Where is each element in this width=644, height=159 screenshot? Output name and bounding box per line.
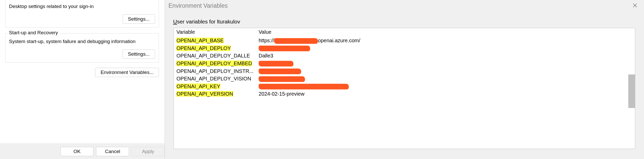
variable-value [256, 45, 635, 52]
system-properties-panel: Desktop settings related to your sign-in… [0, 0, 165, 159]
variable-name: OPENAI_API_DEPLOY_DALLE [176, 53, 250, 58]
user-profiles-desc: Desktop settings related to your sign-in [9, 4, 155, 9]
variable-name: OPENAI_API_VERSION [176, 91, 233, 97]
table-row[interactable]: OPENAI_API_VERSION2024-02-15-preview [174, 90, 635, 98]
environment-variables-dialog: Environment Variables User variables for… [165, 0, 644, 159]
variable-value [256, 83, 635, 90]
table-row[interactable]: OPENAI_API_DEPLOY [174, 45, 635, 52]
column-header-variable[interactable]: Variable [174, 28, 256, 37]
apply-button: Apply [132, 147, 165, 156]
user-variables-list[interactable]: Variable Value OPENAI_API_BASEhttps://op… [174, 28, 635, 149]
variable-value: Dalle3 [256, 52, 635, 60]
variable-name: OPENAI_API_DEPLOY [176, 45, 231, 51]
user-variables-label: User variables for lturakulov [173, 19, 644, 25]
variable-value [256, 67, 635, 75]
startup-recovery-title: Start-up and Recovery [8, 30, 59, 36]
dialog-titlebar: Environment Variables [165, 0, 644, 11]
redacted-value [259, 69, 301, 74]
dialog-title: Environment Variables [168, 2, 228, 9]
variable-name: OPENAI_API_DEPLOY_VISION [176, 76, 251, 81]
user-profiles-group: Desktop settings related to your sign-in… [5, 0, 159, 28]
variable-value [256, 60, 635, 67]
cancel-button[interactable]: Cancel [96, 147, 129, 156]
column-header-value[interactable]: Value [256, 28, 635, 37]
redacted-value [259, 76, 305, 82]
variable-value [256, 75, 635, 83]
ok-button[interactable]: OK [61, 147, 94, 156]
environment-variables-button[interactable]: Environment Variables... [95, 68, 159, 77]
table-row[interactable]: OPENAI_API_DEPLOY_DALLEDalle3 [174, 52, 635, 60]
startup-recovery-desc: System start-up, system failure and debu… [9, 39, 155, 44]
variable-value: https://openai.azure.com/ [256, 37, 635, 45]
dialog-footer: OK Cancel Apply [0, 144, 165, 159]
variable-name: OPENAI_API_DEPLOY_EMBED [176, 61, 252, 66]
redacted-value [259, 61, 293, 66]
close-icon[interactable] [630, 1, 640, 10]
startup-recovery-group: Start-up and Recovery System start-up, s… [5, 33, 159, 63]
user-profiles-settings-button[interactable]: Settings... [123, 14, 155, 24]
variable-name: OPENAI_API_BASE [176, 38, 224, 43]
table-row[interactable]: OPENAI_API_DEPLOY_INSTR... [174, 67, 635, 75]
startup-recovery-settings-button[interactable]: Settings... [123, 49, 155, 59]
table-row[interactable]: OPENAI_API_BASEhttps://openai.azure.com/ [174, 37, 635, 45]
variable-value: 2024-02-15-preview [256, 90, 635, 98]
table-row[interactable]: OPENAI_API_DEPLOY_VISION [174, 75, 635, 83]
variable-name: OPENAI_API_DEPLOY_INSTR... [176, 68, 253, 74]
scrollbar-thumb[interactable] [628, 74, 635, 108]
table-row[interactable]: OPENAI_API_KEY [174, 83, 635, 90]
variable-name: OPENAI_API_KEY [176, 83, 220, 89]
redacted-value [274, 38, 318, 44]
table-row[interactable]: OPENAI_API_DEPLOY_EMBED [174, 60, 635, 67]
redacted-value [259, 46, 310, 51]
redacted-value [259, 84, 349, 89]
